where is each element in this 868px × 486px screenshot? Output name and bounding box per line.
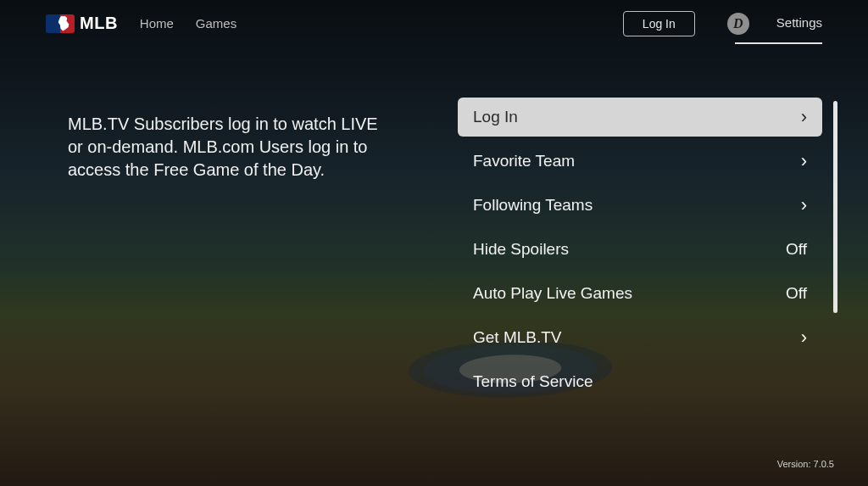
settings-item-value: Off: [786, 284, 807, 303]
settings-item-right: Off: [786, 240, 807, 259]
nav-games[interactable]: Games: [196, 16, 236, 31]
mlb-logo[interactable]: MLB: [46, 14, 118, 33]
chevron-right-icon: ›: [801, 108, 807, 126]
settings-item-value: Off: [786, 240, 807, 259]
settings-item-right: ›: [801, 196, 807, 215]
settings-item-right: ›: [801, 152, 807, 170]
settings-panel: Log In›Favorite Team›Following Teams›Hid…: [458, 98, 822, 486]
settings-item-label: Auto Play Live Games: [473, 284, 632, 303]
settings-item-label: Terms of Service: [473, 372, 593, 391]
login-button[interactable]: Log In: [623, 11, 695, 36]
settings-item-get-mlb-tv[interactable]: Get MLB.TV›: [458, 318, 822, 357]
settings-description: MLB.TV Subscribers log in to watch LIVE …: [68, 98, 381, 486]
settings-item-following-teams[interactable]: Following Teams›: [458, 186, 822, 225]
nav-home[interactable]: Home: [140, 16, 174, 31]
chevron-right-icon: ›: [801, 152, 807, 170]
header: MLB Home Games Log In D Settings: [0, 0, 868, 47]
settings-item-hide-spoilers[interactable]: Hide SpoilersOff: [458, 230, 822, 269]
team-badge-icon[interactable]: D: [727, 13, 749, 35]
settings-item-label: Get MLB.TV: [473, 328, 562, 347]
settings-item-label: Log In: [473, 108, 518, 126]
settings-item-label: Favorite Team: [473, 152, 575, 170]
main: MLB.TV Subscribers log in to watch LIVE …: [0, 98, 868, 486]
chevron-right-icon: ›: [801, 328, 807, 347]
settings-item-favorite-team[interactable]: Favorite Team›: [458, 142, 822, 181]
settings-list: Log In›Favorite Team›Following Teams›Hid…: [458, 98, 822, 401]
settings-item-right: ›: [801, 108, 807, 126]
nav-settings[interactable]: Settings: [776, 15, 822, 31]
mlb-logo-icon: [46, 14, 75, 33]
settings-item-terms-of-service[interactable]: Terms of Service: [458, 362, 822, 401]
settings-item-right: ›: [801, 328, 807, 347]
settings-item-auto-play-live-games[interactable]: Auto Play Live GamesOff: [458, 274, 822, 313]
chevron-right-icon: ›: [801, 196, 807, 215]
settings-item-right: Off: [786, 284, 807, 303]
settings-item-log-in[interactable]: Log In›: [458, 98, 822, 137]
brand-text: MLB: [80, 14, 118, 33]
scrollbar[interactable]: [833, 101, 837, 313]
settings-item-label: Following Teams: [473, 196, 593, 215]
version-text: Version: 7.0.5: [777, 459, 834, 469]
nav-settings-underline: [735, 42, 822, 44]
settings-item-label: Hide Spoilers: [473, 240, 569, 259]
